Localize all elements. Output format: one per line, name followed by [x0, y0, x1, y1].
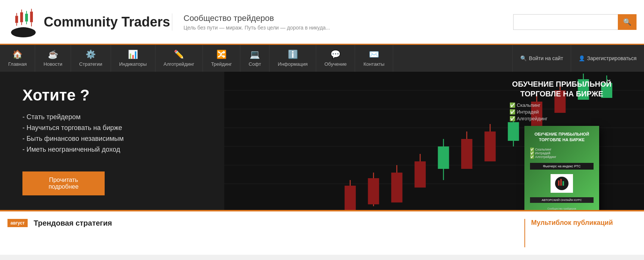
svg-rect-47 [563, 181, 564, 186]
register-label: Зарегистрироваться [587, 55, 637, 61]
svg-rect-10 [30, 12, 33, 22]
author-label: Сообщество трейдеров [548, 207, 576, 210]
svg-rect-37 [415, 161, 426, 188]
nav-auth: 🔍 Войти на сайт 👤 Зарегистрироваться [512, 45, 644, 72]
svg-point-0 [11, 28, 36, 37]
hero-right: ОБУЧЕНИЕ ПРИБЫЛЬНОЙ ТОРГОВЛЕ НА БИРЖЕ ✅ … [224, 72, 644, 210]
nav-item-news[interactable]: ☕ Новости [35, 45, 71, 72]
nav-items: 🏠 Главная ☕ Новости ⚙️ Стратегии 📊 Индик… [0, 45, 512, 72]
news-label: Новости [43, 61, 62, 67]
logo-area: Community Traders [7, 6, 172, 38]
svg-rect-45 [558, 180, 560, 186]
algotrading-label: Алготрейдинг [164, 61, 194, 67]
svg-rect-33 [461, 139, 472, 169]
nav-item-indicators[interactable]: 📊 Индикаторы [111, 45, 155, 72]
hero-cta-button[interactable]: Прочитать подробнее [22, 171, 105, 195]
logo-text: Community Traders [44, 15, 170, 30]
svg-rect-46 [560, 179, 562, 186]
search-button[interactable]: 🔍 [618, 14, 637, 30]
product-box: ОБУЧЕНИЕ ПРИБЫЛЬНОЙ ТОРГОВЛЕ НА БИРЖЕ ✅ … [509, 79, 614, 210]
svg-rect-39 [391, 173, 403, 202]
nav-item-home[interactable]: 🏠 Главная [0, 45, 35, 72]
nav-item-soft[interactable]: 💻 Софт [240, 45, 269, 72]
logo-icon [7, 6, 39, 38]
svg-rect-4 [20, 12, 23, 22]
nav-item-strategies[interactable]: ⚙️ Стратегии [71, 45, 111, 72]
trading-label: Трейдинг [211, 61, 232, 67]
education-label: Обучение [324, 61, 346, 67]
hero-list-item: - Научиться торговать на бирже [22, 124, 202, 132]
svg-rect-41 [368, 178, 379, 204]
book-title: ОБУЧЕНИЕ ПРИБЫЛЬНОЙТОРГОВЛЕ НА БИРЖЕ [534, 131, 589, 143]
article-date-badge: август [7, 219, 28, 227]
product-checklist: ✅ Скальпинг✅ Интрадей✅ Алготрейдинг [509, 102, 614, 121]
hero-list-item: - Стать трейдером [22, 113, 202, 121]
info-label: Информация [278, 61, 308, 67]
navbar: 🏠 Главная ☕ Новости ⚙️ Стратегии 📊 Индик… [0, 45, 644, 72]
product-checklist-item: ✅ Скальпинг [509, 102, 614, 108]
login-button[interactable]: 🔍 Войти на сайт [512, 45, 571, 72]
login-label: Войти на сайт [529, 55, 563, 61]
hero-section: Хотите ? - Стать трейдером- Научиться то… [0, 72, 644, 210]
soft-label: Софт [249, 61, 261, 67]
nav-item-education[interactable]: 💬 Обучение [316, 45, 355, 72]
contacts-label: Контакты [363, 61, 384, 67]
info-icon: ℹ️ [288, 50, 298, 59]
article-title-text: Трендовая стратегия [34, 219, 112, 228]
hero-title: Хотите ? [22, 86, 202, 104]
product-checklist-item: ✅ Интрадей [509, 109, 614, 115]
search-area: 🔍 [513, 14, 637, 30]
article-preview: август Трендовая стратегия [7, 219, 517, 247]
register-icon: 👤 [579, 55, 585, 61]
futures-label: Фьючерс на индекс РТС [530, 163, 594, 170]
strategies-label: Стратегии [79, 61, 102, 67]
svg-rect-35 [438, 146, 449, 169]
nav-item-info[interactable]: ℹ️ Информация [269, 45, 316, 72]
contacts-icon: ✉️ [369, 50, 379, 59]
nav-item-algotrading[interactable]: ✏️ Алготрейдинг [155, 45, 203, 72]
hero-list: - Стать трейдером- Научиться торговать н… [22, 113, 202, 157]
sidebar-publications: Мультиблок публикаций [524, 219, 637, 247]
nav-item-trading[interactable]: 🔀 Трейдинг [203, 45, 241, 72]
algotrading-icon: ✏️ [174, 50, 184, 59]
hero-list-item: - Иметь неограниченный доход [22, 146, 202, 154]
course-label: АВТОРСКИЙ ОНЛАЙН КУРС [530, 197, 594, 203]
bottom-section: август Трендовая стратегия Мультиблок пу… [0, 210, 644, 255]
header: Community Traders Сообщество трейдеров Ц… [0, 0, 644, 45]
hero-left: Хотите ? - Стать трейдером- Научиться то… [0, 72, 224, 210]
home-label: Главная [8, 61, 27, 67]
book-checklist: ✅ Скальпинг ✅ Интрадей ✅ Алготрейдинг [530, 148, 594, 159]
svg-rect-7 [25, 14, 28, 22]
indicators-icon: 📊 [128, 50, 138, 59]
product-title: ОБУЧЕНИЕ ПРИБЫЛЬНОЙ ТОРГОВЛЕ НА БИРЖЕ [509, 79, 614, 99]
search-input[interactable] [513, 14, 618, 30]
indicators-label: Индикаторы [119, 61, 147, 67]
book-logo [551, 174, 573, 193]
svg-rect-31 [484, 131, 496, 161]
tagline-title: Сообщество трейдеров [184, 13, 513, 23]
home-icon: 🏠 [12, 50, 22, 59]
nav-item-contacts[interactable]: ✉️ Контакты [355, 45, 393, 72]
search-icon: 🔍 [623, 18, 631, 26]
register-button[interactable]: 👤 Зарегистрироваться [571, 45, 644, 72]
login-icon: 🔍 [520, 55, 527, 61]
svg-rect-43 [345, 186, 356, 210]
tagline-subtitle: Цель без пути — мираж. Путь без цели — д… [184, 25, 513, 31]
tagline-area: Сообщество трейдеров Цель без пути — мир… [172, 13, 513, 31]
hero-list-item: - Быть финансово независимым [22, 135, 202, 143]
news-icon: ☕ [48, 50, 58, 59]
education-icon: 💬 [330, 50, 341, 59]
product-book: ОБУЧЕНИЕ ПРИБЫЛЬНОЙТОРГОВЛЕ НА БИРЖЕ ✅ С… [524, 126, 599, 210]
product-checklist-item: ✅ Алготрейдинг [509, 116, 614, 121]
sidebar-pub-title: Мультиблок публикаций [531, 219, 637, 227]
strategies-icon: ⚙️ [86, 50, 96, 59]
soft-icon: 💻 [250, 50, 260, 59]
svg-rect-1 [15, 16, 18, 23]
trading-icon: 🔀 [216, 50, 227, 59]
